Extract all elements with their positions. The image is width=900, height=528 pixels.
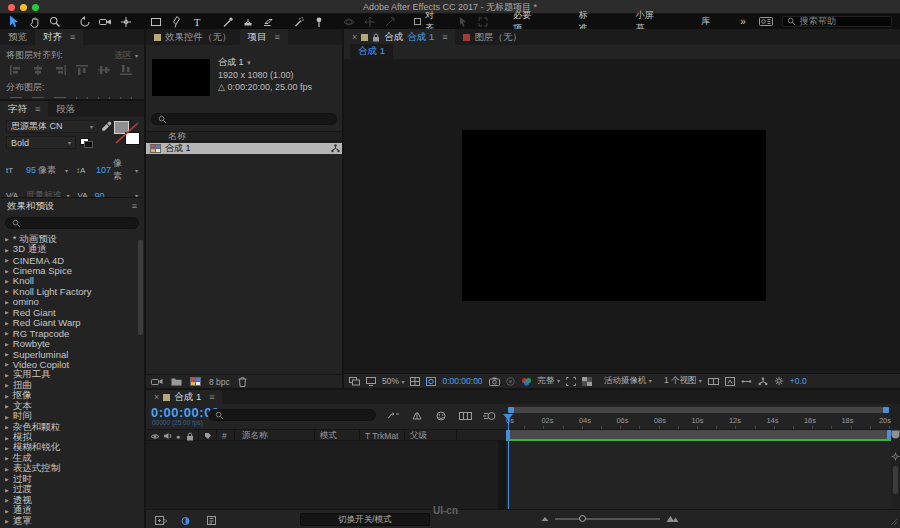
navigator-end-handle[interactable] bbox=[883, 407, 889, 413]
rectangle-tool[interactable] bbox=[146, 14, 166, 29]
time-ruler[interactable]: 0s 02s 04s 06s 08s 10s 12s 14s 16s 18s 2… bbox=[506, 414, 891, 429]
rotation-tool[interactable] bbox=[75, 14, 95, 29]
align-to-dropdown[interactable]: 选区 ▾ bbox=[114, 49, 138, 62]
collapsed-arrow-icon[interactable]: ▶ bbox=[5, 404, 9, 409]
panel-menu-icon[interactable]: ≡ bbox=[442, 32, 447, 42]
align-top-button[interactable] bbox=[72, 64, 92, 75]
snapshot-icon[interactable] bbox=[489, 377, 500, 386]
collapsed-arrow-icon[interactable]: ▶ bbox=[5, 435, 9, 440]
align-left-button[interactable] bbox=[6, 64, 26, 75]
panel-menu-icon[interactable]: ≡ bbox=[275, 32, 280, 42]
font-size-field[interactable]: 95 像素 bbox=[26, 164, 61, 177]
distribute-center-h-button[interactable] bbox=[94, 96, 114, 99]
effects-category[interactable]: ▶RG Trapcode bbox=[0, 328, 137, 338]
expand-transfer-controls-icon[interactable] bbox=[176, 513, 197, 528]
effects-category[interactable]: ▶3D 通道 bbox=[0, 244, 137, 254]
clone-stamp-tool[interactable] bbox=[238, 14, 258, 29]
timeline-vertical-scrollbar[interactable] bbox=[893, 466, 898, 494]
selection-tool[interactable] bbox=[4, 14, 24, 29]
collapsed-arrow-icon[interactable]: ▶ bbox=[5, 445, 9, 450]
close-icon[interactable]: × bbox=[154, 392, 159, 402]
eraser-tool[interactable] bbox=[258, 14, 278, 29]
tab-character[interactable]: 字符 ≡ bbox=[0, 101, 48, 117]
default-fill-stroke-icon[interactable] bbox=[80, 138, 93, 148]
effects-scrollbar[interactable] bbox=[138, 240, 143, 335]
region-of-interest-icon[interactable] bbox=[566, 377, 576, 386]
project-columns-header[interactable]: 名称 bbox=[146, 131, 342, 142]
zoom-slider-track[interactable] bbox=[555, 518, 660, 520]
share-view-options-icon[interactable] bbox=[708, 377, 719, 386]
align-bottom-button[interactable] bbox=[116, 64, 136, 75]
pixel-aspect-correction-icon[interactable] bbox=[741, 377, 752, 386]
mask-visibility-icon[interactable] bbox=[426, 377, 436, 386]
grid-guides-icon[interactable] bbox=[410, 377, 420, 386]
effects-category[interactable]: ▶Red Giant Warp bbox=[0, 318, 137, 328]
collapsed-arrow-icon[interactable]: ▶ bbox=[5, 518, 9, 523]
collapsed-arrow-icon[interactable]: ▶ bbox=[5, 383, 9, 388]
camera-view-dropdown[interactable]: 活动摄像机 ▾ bbox=[604, 375, 652, 387]
layer-track-area[interactable] bbox=[506, 441, 891, 509]
panel-menu-icon[interactable]: ≡ bbox=[209, 392, 214, 402]
playhead-handle[interactable] bbox=[503, 414, 513, 425]
panel-menu-icon[interactable]: ≡ bbox=[132, 201, 137, 211]
zoom-tool[interactable] bbox=[45, 14, 65, 29]
effects-category[interactable]: ▶Red Giant bbox=[0, 307, 137, 317]
panel-menu-icon[interactable]: ≡ bbox=[35, 104, 40, 114]
pen-tool[interactable] bbox=[167, 14, 187, 29]
effects-category[interactable]: ▶Cinema Spice bbox=[0, 265, 137, 275]
show-snapshot-icon[interactable] bbox=[506, 377, 515, 386]
collapsed-arrow-icon[interactable]: ▶ bbox=[5, 237, 9, 242]
workspace-settings-icon[interactable] bbox=[756, 14, 776, 29]
collapsed-arrow-icon[interactable]: ▶ bbox=[5, 351, 9, 356]
zoom-level-dropdown[interactable]: 50% ▾ bbox=[382, 376, 404, 386]
kerning-field[interactable]: 度量标准 bbox=[26, 189, 62, 197]
viewer-viewport[interactable] bbox=[344, 59, 900, 373]
collapsed-arrow-icon[interactable]: ▶ bbox=[5, 362, 9, 367]
effects-search-field[interactable] bbox=[5, 217, 139, 229]
collapsed-arrow-icon[interactable]: ▶ bbox=[5, 393, 9, 398]
transparency-grid-icon[interactable] bbox=[582, 377, 592, 386]
eyedropper-icon[interactable] bbox=[102, 121, 112, 132]
chevron-down-icon[interactable]: ▾ bbox=[65, 167, 68, 174]
mini-flowchart-icon[interactable] bbox=[758, 377, 768, 386]
viewer-comp-breadcrumb[interactable]: 合成 1 bbox=[350, 44, 393, 61]
brush-tool[interactable] bbox=[217, 14, 237, 29]
align-center-v-button[interactable] bbox=[94, 64, 114, 75]
chevron-down-icon[interactable]: ▾ bbox=[135, 167, 138, 174]
roto-brush-tool[interactable] bbox=[288, 14, 308, 29]
tab-preview[interactable]: 预览 bbox=[0, 29, 35, 45]
font-family-dropdown[interactable]: 思源黑体 CN ▾ bbox=[6, 120, 98, 133]
effects-category[interactable]: ▶Knoll Light Factory bbox=[0, 286, 137, 296]
collapsed-arrow-icon[interactable]: ▶ bbox=[5, 477, 9, 482]
fast-previews-gear-icon[interactable] bbox=[774, 376, 784, 386]
collapsed-arrow-icon[interactable]: ▶ bbox=[5, 299, 9, 304]
tab-paragraph[interactable]: 段落 bbox=[48, 101, 83, 117]
collapsed-arrow-icon[interactable]: ▶ bbox=[5, 289, 9, 294]
workspace-overflow-chevrons[interactable]: » bbox=[730, 16, 756, 27]
pan-behind-tool[interactable] bbox=[116, 14, 136, 29]
tab-effect-controls[interactable]: 效果控件（无） bbox=[146, 29, 240, 45]
layer-list-area[interactable] bbox=[146, 441, 498, 509]
panel-menu-icon[interactable]: ≡ bbox=[70, 32, 75, 42]
playhead-line[interactable] bbox=[508, 414, 509, 509]
project-bit-depth[interactable]: 8 bpc bbox=[209, 377, 230, 387]
expand-inout-panes-icon[interactable] bbox=[202, 513, 223, 528]
distribute-bottom-button[interactable] bbox=[50, 96, 70, 99]
font-style-dropdown[interactable]: Bold ▾ bbox=[6, 136, 76, 149]
tab-layer[interactable]: 图层（无） bbox=[455, 29, 530, 45]
expand-layer-switches-icon[interactable] bbox=[150, 513, 171, 528]
navigator-start-handle[interactable] bbox=[508, 407, 514, 413]
leading-field[interactable]: 107 像素 bbox=[96, 157, 131, 183]
project-search-field[interactable] bbox=[151, 113, 337, 125]
distribute-left-button[interactable] bbox=[72, 96, 92, 99]
distribute-top-button[interactable] bbox=[6, 96, 26, 99]
collapsed-arrow-icon[interactable]: ▶ bbox=[5, 466, 9, 471]
distribute-center-v-button[interactable] bbox=[28, 96, 48, 99]
view-layout-dropdown[interactable]: 1 个视图 ▾ bbox=[664, 375, 702, 387]
tracking-field[interactable]: 90 bbox=[95, 191, 131, 198]
fill-stroke-swatches[interactable] bbox=[114, 121, 140, 145]
chevron-down-icon[interactable]: ▾ bbox=[135, 192, 138, 197]
work-area-bar[interactable] bbox=[506, 430, 891, 439]
puppet-pin-tool[interactable] bbox=[309, 14, 329, 29]
collapsed-arrow-icon[interactable]: ▶ bbox=[5, 310, 9, 315]
